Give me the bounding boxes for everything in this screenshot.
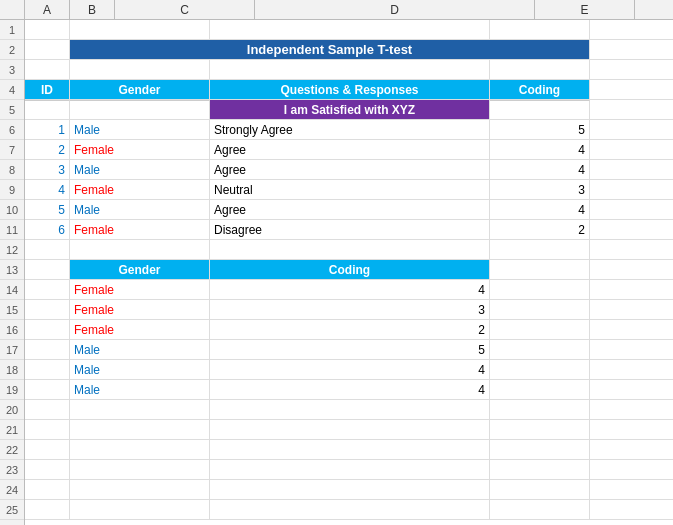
cell-25b xyxy=(25,500,70,519)
cell-12c xyxy=(70,240,210,259)
row-num-23: 23 xyxy=(0,460,24,480)
cell-15d: 3 xyxy=(210,300,490,319)
cell-6e: 5 xyxy=(490,120,590,139)
row-num-5: 5 xyxy=(0,100,24,120)
cell-20b xyxy=(25,400,70,419)
row-num-22: 22 xyxy=(0,440,24,460)
cell-16d: 2 xyxy=(210,320,490,339)
row-11: 6 Female Disagree 2 xyxy=(25,220,673,240)
row-23 xyxy=(25,460,673,480)
cell-3b xyxy=(25,60,70,79)
cell-15e xyxy=(490,300,590,319)
cell-15c: Female xyxy=(70,300,210,319)
cell-3e xyxy=(490,60,590,79)
cell-19b xyxy=(25,380,70,399)
row-numbers: 1 2 3 4 5 6 7 8 9 10 11 12 13 14 15 16 1… xyxy=(0,20,25,525)
row-num-14: 14 xyxy=(0,280,24,300)
row-21 xyxy=(25,420,673,440)
cell-17d: 5 xyxy=(210,340,490,359)
cell-20e xyxy=(490,400,590,419)
row-num-20: 20 xyxy=(0,400,24,420)
row-2: Independent Sample T-test xyxy=(25,40,673,60)
cell-15b xyxy=(25,300,70,319)
cell-2b xyxy=(25,40,70,59)
row-14: Female 4 xyxy=(25,280,673,300)
cell-16c: Female xyxy=(70,320,210,339)
cell-3d xyxy=(210,60,490,79)
cell-23e xyxy=(490,460,590,479)
cell-18e xyxy=(490,360,590,379)
col-header-a: A xyxy=(25,0,70,19)
cell-11d: Disagree xyxy=(210,220,490,239)
cell-8e: 4 xyxy=(490,160,590,179)
grid-body: 1 2 3 4 5 6 7 8 9 10 11 12 13 14 15 16 1… xyxy=(0,20,673,525)
cell-11b: 6 xyxy=(25,220,70,239)
row-20 xyxy=(25,400,673,420)
cell-1d xyxy=(210,20,490,39)
cell-24e xyxy=(490,480,590,499)
cell-10c: Male xyxy=(70,200,210,219)
cell-23c xyxy=(70,460,210,479)
cell-12d xyxy=(210,240,490,259)
row-5: I am Satisfied with XYZ xyxy=(25,100,673,120)
cell-5e xyxy=(490,100,590,119)
row-num-21: 21 xyxy=(0,420,24,440)
cell-25e xyxy=(490,500,590,519)
row-num-13: 13 xyxy=(0,260,24,280)
row-num-11: 11 xyxy=(0,220,24,240)
cell-17e xyxy=(490,340,590,359)
cell-19e xyxy=(490,380,590,399)
cell-16e xyxy=(490,320,590,339)
cell-19d: 4 xyxy=(210,380,490,399)
row-8: 3 Male Agree 4 xyxy=(25,160,673,180)
cell-18d: 4 exceldemy EXCEL · DATA · BI xyxy=(210,360,490,379)
cell-4b-id: ID xyxy=(25,80,70,99)
cell-23d xyxy=(210,460,490,479)
row-3 xyxy=(25,60,673,80)
cell-5b xyxy=(25,100,70,119)
cell-9b: 4 xyxy=(25,180,70,199)
row-num-4: 4 xyxy=(0,80,24,100)
row-6: 1 Male Strongly Agree 5 xyxy=(25,120,673,140)
cell-13e xyxy=(490,260,590,279)
cell-10b: 5 xyxy=(25,200,70,219)
cell-10d: Agree xyxy=(210,200,490,219)
row-num-8: 8 xyxy=(0,160,24,180)
cell-14e xyxy=(490,280,590,299)
col-header-e: E xyxy=(535,0,635,19)
cell-12e xyxy=(490,240,590,259)
cell-13c-gender-header: Gender xyxy=(70,260,210,279)
cell-4c-gender: Gender xyxy=(70,80,210,99)
spreadsheet: A B C D E 1 2 3 4 5 6 7 8 9 10 11 12 13 … xyxy=(0,0,673,525)
row-num-7: 7 xyxy=(0,140,24,160)
cell-4d-qr: Questions & Responses xyxy=(210,80,490,99)
row-9: 4 Female Neutral 3 xyxy=(25,180,673,200)
row-13: Gender Coding xyxy=(25,260,673,280)
row-num-2: 2 xyxy=(0,40,24,60)
cell-16b xyxy=(25,320,70,339)
cell-14c: Female xyxy=(70,280,210,299)
row-22 xyxy=(25,440,673,460)
cell-1c xyxy=(70,20,210,39)
row-num-1: 1 xyxy=(0,20,24,40)
row-19: Male 4 xyxy=(25,380,673,400)
row-18: Male 4 exceldemy EXCEL · DATA · BI xyxy=(25,360,673,380)
column-headers: A B C D E xyxy=(0,0,673,20)
title-cell: Independent Sample T-test xyxy=(70,40,590,59)
cell-5c xyxy=(70,100,210,119)
cell-19c: Male xyxy=(70,380,210,399)
cell-7e: 4 xyxy=(490,140,590,159)
cell-18c: Male xyxy=(70,360,210,379)
cell-17c: Male xyxy=(70,340,210,359)
cell-22b xyxy=(25,440,70,459)
cell-22d xyxy=(210,440,490,459)
row-num-12: 12 xyxy=(0,240,24,260)
cell-9d: Neutral xyxy=(210,180,490,199)
cell-24d xyxy=(210,480,490,499)
row-num-24: 24 xyxy=(0,480,24,500)
cell-22e xyxy=(490,440,590,459)
row-num-25: 25 xyxy=(0,500,24,520)
row-1 xyxy=(25,20,673,40)
row-num-17: 17 xyxy=(0,340,24,360)
row-num-15: 15 xyxy=(0,300,24,320)
